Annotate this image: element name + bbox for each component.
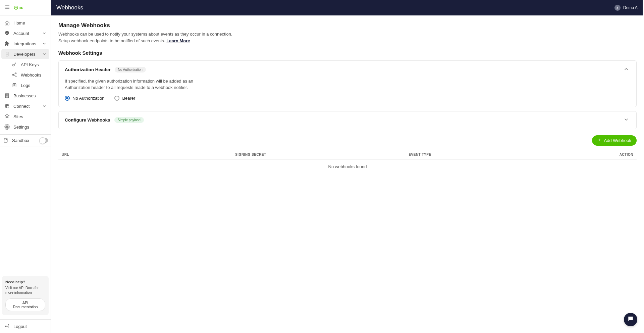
- svg-rect-26: [5, 104, 7, 106]
- help-title: Need help?: [5, 280, 45, 284]
- collapse-button[interactable]: [622, 65, 630, 74]
- svg-line-14: [13, 75, 15, 76]
- add-webhook-button[interactable]: Add Webhook: [592, 135, 637, 146]
- chevron-down-icon: [42, 104, 47, 108]
- chevron-down-icon: [623, 116, 629, 124]
- help-body: Visit our API Docs for more information: [5, 285, 45, 295]
- content: Manage Webhooks Webhooks can be used to …: [51, 15, 644, 333]
- nav-webhooks[interactable]: Webhooks: [9, 70, 49, 80]
- scroll-gutter: [643, 0, 644, 333]
- svg-line-13: [13, 74, 15, 75]
- svg-point-32: [6, 126, 8, 128]
- radio-bearer[interactable]: Bearer: [114, 96, 135, 101]
- nav-label: Home: [13, 20, 47, 26]
- nav-api-keys[interactable]: API Keys: [9, 59, 49, 69]
- nav-label: Webhooks: [21, 73, 47, 78]
- user-name: Demo A.: [623, 5, 639, 10]
- empty-message: No webhooks found: [58, 159, 637, 174]
- col-secret: Signing Secret: [232, 150, 405, 159]
- nav-logs[interactable]: Logs: [9, 80, 49, 90]
- radio-no-auth[interactable]: No Authorization: [65, 96, 104, 101]
- manage-description: Webhooks can be used to notify your syst…: [58, 31, 637, 44]
- auth-header-card: Authorization Header No Authorization If…: [58, 60, 637, 107]
- hamburger-icon: [4, 4, 10, 11]
- nav-account[interactable]: Account: [1, 28, 49, 38]
- nav-developers[interactable]: Developers: [1, 49, 49, 59]
- radio-icon: [114, 96, 119, 101]
- plus-icon: [597, 138, 602, 143]
- logout-button[interactable]: Logout: [0, 320, 51, 333]
- expand-button[interactable]: [622, 116, 630, 124]
- grid-add-icon: [4, 103, 10, 109]
- nav-label: Sites: [13, 114, 47, 119]
- nav-developers-sub: API Keys Webhooks Logs: [1, 59, 49, 90]
- manage-heading: Manage Webhooks: [58, 22, 637, 29]
- sandbox-toggle[interactable]: [40, 138, 48, 143]
- main-area: Webhooks Demo A. Manage Webhooks Webhook…: [51, 0, 644, 333]
- logout-label: Logout: [13, 324, 27, 329]
- svg-point-9: [13, 64, 14, 66]
- menu-button[interactable]: [3, 3, 12, 12]
- nav-label: Businesses: [13, 93, 47, 98]
- col-action: Action: [579, 150, 637, 159]
- user-menu[interactable]: Demo A.: [614, 5, 639, 11]
- auth-desc: If specified, the given authorization in…: [65, 78, 219, 91]
- action-row: Add Webhook: [58, 135, 637, 146]
- nav-label: Logs: [21, 83, 47, 88]
- config-chip: Simple payload: [114, 117, 144, 123]
- configure-webhooks-card: Configure Webhooks Simple payload: [58, 111, 637, 129]
- svg-rect-34: [5, 139, 6, 140]
- key-icon: [11, 61, 17, 67]
- learn-more-link[interactable]: Learn More: [166, 38, 190, 43]
- settings-heading: Webhook Settings: [58, 50, 637, 56]
- layers-icon: [4, 113, 10, 120]
- nav-label: Account: [13, 31, 39, 36]
- logout-icon: [4, 323, 10, 329]
- sandbox-toggle-row: Sandbox: [0, 134, 51, 146]
- sandbox-icon: [3, 137, 9, 143]
- svg-rect-27: [7, 104, 9, 106]
- shield-check-icon: [4, 30, 10, 36]
- logout-section: Logout: [0, 319, 51, 333]
- add-webhook-label: Add Webhook: [604, 138, 631, 143]
- nav-label: API Keys: [21, 62, 47, 67]
- nav-integrations[interactable]: Integrations: [1, 39, 49, 49]
- webhooks-table: URL Signing Secret Event Type Action No …: [58, 150, 637, 174]
- home-icon: [4, 20, 10, 26]
- card-title: Authorization Header: [65, 67, 111, 72]
- list-icon: [11, 82, 17, 88]
- avatar-icon: [614, 5, 621, 11]
- gear-icon: [4, 124, 10, 130]
- col-event: Event Type: [405, 150, 579, 159]
- radio-icon: [65, 96, 70, 101]
- svg-rect-19: [5, 94, 8, 98]
- svg-point-8: [7, 54, 7, 54]
- radio-label: No Authorization: [72, 96, 104, 101]
- chevron-down-icon: [42, 52, 47, 56]
- configure-toggle[interactable]: Configure Webhooks Simple payload: [59, 111, 636, 129]
- nav-label: Settings: [13, 125, 47, 130]
- share-icon: [11, 72, 17, 78]
- nav-businesses[interactable]: Businesses: [1, 91, 49, 101]
- chat-icon: [627, 316, 634, 324]
- auth-chip: No Authorization: [115, 67, 146, 73]
- nav-settings[interactable]: Settings: [1, 122, 49, 132]
- nav-label: Developers: [13, 52, 39, 57]
- nav-connect[interactable]: Connect: [1, 101, 49, 111]
- page-title: Webhooks: [56, 4, 614, 11]
- sidebar-header: FIS: [0, 0, 51, 15]
- brand-logo: FIS: [14, 5, 30, 11]
- col-url: URL: [58, 150, 232, 159]
- auth-header-toggle[interactable]: Authorization Header No Authorization: [59, 61, 636, 78]
- svg-point-36: [617, 6, 618, 8]
- chevron-down-icon: [42, 41, 47, 46]
- card-title: Configure Webhooks: [65, 117, 110, 123]
- chevron-down-icon: [42, 31, 47, 36]
- nav-home[interactable]: Home: [1, 18, 49, 28]
- chevron-up-icon: [623, 66, 629, 73]
- intercom-launcher[interactable]: [624, 313, 637, 326]
- api-documentation-button[interactable]: API Documentation: [5, 298, 45, 311]
- nav-label: Connect: [13, 104, 39, 109]
- nav-sites[interactable]: Sites: [1, 111, 49, 122]
- svg-marker-31: [5, 114, 9, 117]
